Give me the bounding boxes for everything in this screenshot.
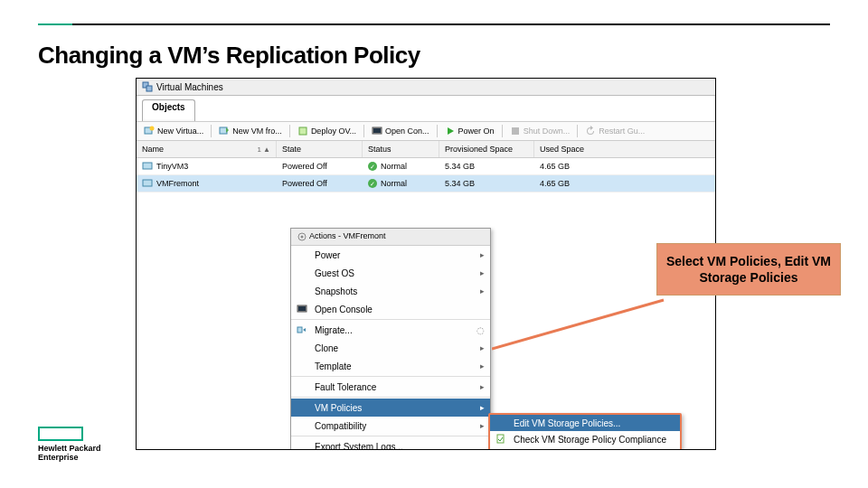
chevron-right-icon: ▸ bbox=[480, 421, 485, 430]
status-ok-icon: ✓ bbox=[368, 179, 377, 188]
rule-accent bbox=[38, 23, 72, 25]
svg-rect-15 bbox=[297, 327, 302, 333]
menu-template[interactable]: Template▸ bbox=[291, 357, 490, 375]
play-icon bbox=[445, 126, 456, 136]
svg-rect-14 bbox=[298, 306, 306, 311]
rule-top bbox=[38, 23, 830, 25]
chevron-right-icon: ▸ bbox=[480, 403, 485, 412]
menu-fault-tolerance[interactable]: Fault Tolerance▸ bbox=[291, 378, 490, 396]
table-row[interactable]: VMFremont Powered Off ✓Normal 5.34 GB 4.… bbox=[137, 175, 715, 192]
vm-group-icon bbox=[142, 81, 153, 92]
new-vm-from-icon bbox=[219, 126, 230, 136]
tab-row: Objects bbox=[137, 96, 715, 122]
menu-open-console[interactable]: Open Console bbox=[291, 300, 490, 318]
shut-down-button: Shut Down... bbox=[506, 125, 574, 137]
table-row[interactable]: TinyVM3 Powered Off ✓Normal 5.34 GB 4.65… bbox=[137, 158, 715, 175]
svg-rect-8 bbox=[512, 127, 519, 135]
stop-icon bbox=[510, 126, 521, 136]
screenshot-panel: Virtual Machines Objects New Virtua... N… bbox=[136, 78, 716, 450]
window-title: Virtual Machines bbox=[156, 82, 223, 92]
new-vm-icon bbox=[144, 126, 155, 136]
open-console-button[interactable]: Open Con... bbox=[368, 125, 433, 137]
vm-icon bbox=[142, 178, 153, 189]
svg-rect-1 bbox=[146, 86, 152, 91]
chevron-right-icon: ▸ bbox=[480, 250, 485, 259]
column-headers: Name1 ▲ State Status Provisioned Space U… bbox=[137, 141, 715, 158]
restart-button: Restart Gu... bbox=[581, 125, 648, 137]
menu-snapshots[interactable]: Snapshots▸ bbox=[291, 282, 490, 300]
new-vm-from-button[interactable]: New VM fro... bbox=[215, 125, 286, 137]
toolbar: New Virtua... New VM fro... Deploy OV...… bbox=[137, 122, 715, 141]
menu-guest-os[interactable]: Guest OS▸ bbox=[291, 264, 490, 282]
svg-point-12 bbox=[301, 236, 304, 239]
console-icon bbox=[372, 126, 382, 136]
context-menu: Actions - VMFremont Power▸ Guest OS▸ Sna… bbox=[290, 228, 491, 450]
menu-clone[interactable]: Clone▸ bbox=[291, 339, 490, 357]
col-provisioned[interactable]: Provisioned Space bbox=[439, 141, 534, 157]
deploy-icon bbox=[297, 126, 308, 136]
menu-separator bbox=[291, 436, 490, 436]
menu-power[interactable]: Power▸ bbox=[291, 246, 490, 264]
submenu-check-compliance[interactable]: Check VM Storage Policy Compliance bbox=[490, 431, 680, 447]
migrate-icon bbox=[297, 324, 307, 335]
window-header: Virtual Machines bbox=[137, 79, 715, 96]
vm-icon bbox=[142, 161, 153, 172]
new-vm-button[interactable]: New Virtua... bbox=[140, 125, 207, 137]
deploy-ovf-button[interactable]: Deploy OV... bbox=[294, 125, 360, 137]
gear-icon bbox=[297, 231, 307, 242]
chevron-right-icon: ▸ bbox=[480, 382, 485, 391]
menu-separator bbox=[291, 397, 490, 398]
tab-objects[interactable]: Objects bbox=[142, 99, 195, 121]
callout-box: Select VM Policies, Edit VM Storage Poli… bbox=[656, 243, 841, 296]
hpe-bar-icon bbox=[38, 427, 83, 441]
brand-logo: Hewlett Packard Enterprise bbox=[38, 427, 101, 463]
chevron-right-icon: ▸ bbox=[480, 286, 485, 296]
menu-vm-policies[interactable]: VM Policies▸ bbox=[291, 399, 490, 417]
svg-rect-9 bbox=[143, 163, 152, 169]
menu-separator bbox=[291, 319, 490, 320]
status-ok-icon: ✓ bbox=[368, 162, 377, 171]
chevron-right-icon: ▸ bbox=[480, 343, 485, 352]
submenu-vm-policies: Edit VM Storage Policies... Check VM Sto… bbox=[488, 413, 682, 450]
menu-export-logs[interactable]: Export System Logs... bbox=[291, 437, 490, 450]
svg-rect-7 bbox=[373, 128, 381, 133]
col-used[interactable]: Used Space bbox=[534, 141, 715, 157]
page-title: Changing a VM’s Replication Policy bbox=[38, 42, 420, 70]
svg-rect-10 bbox=[143, 180, 152, 186]
submenu-edit-storage-policies[interactable]: Edit VM Storage Policies... bbox=[490, 415, 680, 431]
power-on-button[interactable]: Power On bbox=[441, 125, 498, 137]
restart-icon bbox=[585, 126, 596, 136]
menu-compatibility[interactable]: Compatibility▸ bbox=[291, 417, 490, 435]
menu-migrate[interactable]: Migrate...◌ bbox=[291, 321, 490, 339]
check-policy-icon bbox=[495, 434, 506, 445]
col-name[interactable]: Name1 ▲ bbox=[137, 141, 277, 157]
col-state[interactable]: State bbox=[277, 141, 363, 157]
console-icon bbox=[297, 304, 307, 314]
chevron-right-icon: ▸ bbox=[480, 361, 485, 371]
menu-header: Actions - VMFremont bbox=[291, 229, 490, 246]
svg-rect-5 bbox=[299, 127, 307, 135]
svg-rect-4 bbox=[220, 127, 227, 134]
submenu-reapply-policy[interactable]: Reapply VM Storage Policy bbox=[490, 447, 680, 450]
brand-text: Hewlett Packard Enterprise bbox=[38, 445, 101, 463]
menu-separator bbox=[291, 376, 490, 377]
sort-indicator: 1 ▲ bbox=[257, 145, 270, 154]
svg-rect-17 bbox=[497, 435, 504, 443]
loading-icon: ◌ bbox=[476, 325, 485, 335]
col-status[interactable]: Status bbox=[363, 141, 439, 157]
chevron-right-icon: ▸ bbox=[480, 268, 485, 277]
svg-point-3 bbox=[150, 127, 155, 131]
